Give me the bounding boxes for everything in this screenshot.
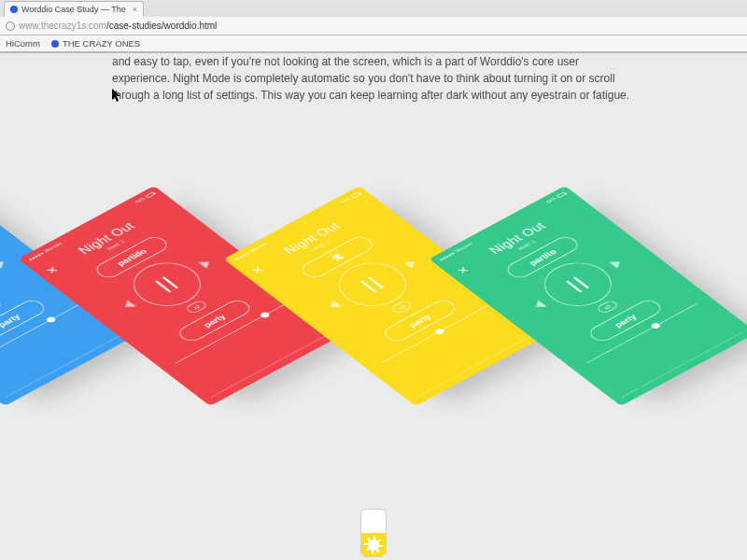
favicon-icon bbox=[51, 40, 59, 48]
divider bbox=[416, 331, 539, 398]
bookmark-label: THE CRAZY ONES bbox=[63, 38, 140, 49]
browser-tab[interactable]: Worddio Case Study — The × bbox=[4, 1, 144, 17]
carrier-label: Worddio bbox=[248, 242, 268, 253]
tab-title: Worddio Case Study — The bbox=[21, 5, 126, 14]
bookmark-crazyones[interactable]: THE CRAZY ONES bbox=[51, 38, 140, 49]
speed-badge[interactable]: x2 bbox=[185, 300, 209, 315]
day-toggle-half[interactable] bbox=[361, 533, 386, 556]
sun-icon bbox=[368, 539, 379, 551]
url-path: /case-studies/worddio.html bbox=[106, 21, 217, 31]
tab-bar: Worddio Case Study — The × bbox=[0, 0, 747, 17]
globe-icon bbox=[6, 21, 15, 31]
bookmark-hicomm[interactable]: HiComm bbox=[6, 38, 40, 49]
bookmark-label: HiComm bbox=[6, 38, 40, 49]
address-bar[interactable]: www.thecrazy1s.com/case-studies/worddio.… bbox=[0, 17, 747, 35]
word-native[interactable]: party bbox=[0, 298, 49, 344]
next-icon[interactable] bbox=[403, 259, 418, 269]
speed-badge[interactable]: x2 bbox=[596, 300, 620, 315]
next-icon[interactable] bbox=[609, 259, 624, 269]
speed-badge[interactable]: x2 bbox=[390, 300, 415, 315]
carrier-label: Worddio bbox=[454, 242, 473, 253]
prev-icon[interactable] bbox=[531, 301, 546, 311]
next-icon[interactable] bbox=[0, 259, 7, 269]
word-native[interactable]: party bbox=[175, 298, 255, 344]
word-native[interactable]: party bbox=[585, 298, 666, 344]
divider bbox=[6, 331, 128, 398]
browser-chrome: Worddio Case Study — The × www.thecrazy1… bbox=[0, 0, 747, 53]
speed-badge[interactable]: x2 bbox=[0, 300, 3, 315]
divider bbox=[211, 331, 333, 398]
bookmarks-bar: HiComm THE CRAZY ONES bbox=[0, 35, 747, 52]
prev-icon[interactable] bbox=[120, 301, 135, 311]
divider bbox=[622, 331, 744, 398]
word-native[interactable]: party bbox=[380, 298, 460, 344]
battery-pct: 42% bbox=[134, 197, 146, 204]
battery-icon bbox=[350, 191, 360, 198]
day-night-toggle[interactable] bbox=[360, 509, 387, 557]
battery-pct: 42% bbox=[339, 197, 351, 204]
night-toggle-half[interactable] bbox=[361, 510, 386, 533]
tab-close-icon[interactable]: × bbox=[133, 5, 137, 14]
battery-pct: 42% bbox=[544, 197, 557, 204]
favicon-icon bbox=[10, 6, 18, 13]
page-content: and easy to tap, even if you're not look… bbox=[0, 53, 747, 560]
battery-icon bbox=[145, 191, 155, 198]
next-icon[interactable] bbox=[198, 259, 213, 269]
phones-showcase: Worddio 42% ✕ Night Out level: 1 la soir… bbox=[0, 81, 747, 436]
url-host: www.thecrazy1s.com bbox=[19, 21, 106, 31]
battery-icon bbox=[556, 191, 566, 198]
prev-icon[interactable] bbox=[326, 301, 341, 311]
url-text: www.thecrazy1s.com/case-studies/worddio.… bbox=[19, 21, 217, 31]
carrier-label: Worddio bbox=[43, 242, 63, 253]
